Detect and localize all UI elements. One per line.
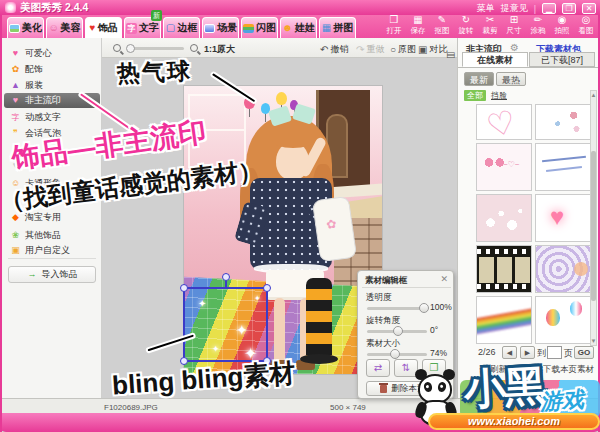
filter-all-link[interactable]: 全部 <box>464 90 486 101</box>
tab-beautify[interactable]: 美化 <box>7 17 44 38</box>
material-thumb-pastel-dots[interactable] <box>535 104 591 140</box>
material-thumb-rainbow[interactable] <box>476 296 532 344</box>
tab-flash[interactable]: 闪图 <box>241 17 278 38</box>
tab-beauty[interactable]: ☺美容 <box>46 17 83 38</box>
tab-downloaded-materials[interactable]: 已下载[87] <box>529 52 595 67</box>
flip-horizontal-button[interactable]: ⇄ <box>366 359 390 377</box>
material-thumb-bokeh[interactable] <box>476 194 532 242</box>
rotation-stem <box>225 281 227 289</box>
shirt-icon: ▲ <box>10 80 21 91</box>
maximize-button[interactable]: ❐ <box>562 3 576 14</box>
redo-button[interactable]: ↷重做 <box>356 43 384 56</box>
materials-panel: 非主流印 ⚙ 下载素材包 在线素材 已下载[87] 最新 最热 全部 挡脸 ▲ … <box>457 38 598 413</box>
opacity-slider-handle[interactable] <box>419 303 429 313</box>
scrollbar-thumb[interactable] <box>591 151 596 301</box>
opacity-slider[interactable] <box>367 307 427 310</box>
top-toolbar: ❒打开 ▦保存 ✎抠图 ↻旋转 ✂裁剪 ⊞尺寸 ✏涂鸦 ◉拍照 ◎看图 <box>382 14 598 38</box>
filter-face-link[interactable]: 挡脸 <box>491 90 507 101</box>
resize-handle-tl[interactable] <box>180 284 188 292</box>
resize-button[interactable]: ⊞尺寸 <box>502 14 526 38</box>
doodle-icon: ✏ <box>526 14 550 26</box>
material-thumb-heart-scribble[interactable] <box>476 104 532 140</box>
tab-decorations[interactable]: ♥饰品 <box>85 17 122 38</box>
edit-panel-title: 素材编辑框 <box>365 275 408 287</box>
material-thumb-film-strip[interactable] <box>476 245 532 293</box>
trash-icon <box>380 385 387 393</box>
window-left-border <box>0 0 2 432</box>
material-thumb-glow-heart[interactable] <box>535 194 591 242</box>
minimize-button[interactable]: ▁ <box>542 3 556 14</box>
scene-icon <box>204 24 215 33</box>
rotation-handle[interactable] <box>222 273 230 281</box>
resize-handle-tr[interactable] <box>263 284 271 292</box>
titlebar-separator: | <box>534 4 536 14</box>
camera-button[interactable]: ◉拍照 <box>550 14 574 38</box>
flower-icon: ❀ <box>10 230 21 241</box>
save-button[interactable]: ▦保存 <box>406 14 430 38</box>
page-indicator: 2/26 <box>478 347 496 357</box>
puzzle-icon: ▦ <box>322 23 331 33</box>
scroll-up-icon[interactable]: ▲ <box>590 92 597 98</box>
heart-icon: ♥ <box>90 23 96 33</box>
sidebar-item-cute-hearts[interactable]: ♥可爱心 <box>4 46 100 61</box>
crop-icon: ✂ <box>478 14 502 26</box>
material-thumb-purple-spiral[interactable] <box>535 245 591 293</box>
sidebar-item-clothing[interactable]: ▲服装 <box>4 78 100 93</box>
redo-icon: ↷ <box>356 45 364 55</box>
zoom-slider[interactable] <box>128 47 184 50</box>
tab-scene[interactable]: 场景 <box>202 17 239 38</box>
rotation-slider[interactable] <box>367 330 427 333</box>
zoom-out-icon[interactable] <box>113 44 121 52</box>
size-slider-handle[interactable] <box>390 349 400 359</box>
doll-icon: ☻ <box>282 23 293 33</box>
canvas-toolbar: 1:1原大 ↶撤销 ↷重做 ○原图 ▣对比 ▤预览 <box>102 38 457 58</box>
tab-frame[interactable]: ▢边框 <box>163 17 200 38</box>
compare-button[interactable]: ▣对比 <box>418 43 447 56</box>
open-icon: ❒ <box>382 14 406 26</box>
heart-icon: ♥ <box>10 48 21 59</box>
sort-newest-button[interactable]: 最新 <box>464 72 494 86</box>
crop-button[interactable]: ✂裁剪 <box>478 14 502 38</box>
opacity-label: 透明度 <box>366 292 392 304</box>
filename-label: F1020689.JPG <box>104 403 158 412</box>
zoom-in-icon[interactable] <box>190 44 198 52</box>
sidebar-item-dynamic-text[interactable]: 字动感文字 <box>4 110 100 125</box>
actual-size-button[interactable]: 1:1原大 <box>204 43 235 56</box>
size-slider[interactable] <box>367 353 427 356</box>
annotation-hot-air-balloon: 热气球 <box>116 56 192 90</box>
tab-doll[interactable]: ☻娃娃 <box>280 17 317 38</box>
sidebar-item-accessories[interactable]: ✿配饰 <box>4 62 100 77</box>
size-value: 74% <box>430 348 452 358</box>
cutout-icon: ✎ <box>430 14 454 26</box>
materials-scrollbar[interactable] <box>590 90 597 346</box>
edit-panel-close-icon[interactable]: ✕ <box>440 274 448 284</box>
viewer-button[interactable]: ◎看图 <box>574 14 598 38</box>
import-decoration-button[interactable]: →导入饰品 <box>8 266 96 283</box>
rotation-slider-handle[interactable] <box>393 326 403 336</box>
original-icon: ○ <box>390 45 396 55</box>
meitu-app-window: 美图秀秀 2.4.4 菜单 提意见 | ▁ ❐ ✕ 美化 ☺美容 ♥饰品 字文字… <box>0 0 600 432</box>
zoom-slider-handle[interactable] <box>126 44 135 53</box>
rotate-button[interactable]: ↻旋转 <box>454 14 478 38</box>
cutout-button[interactable]: ✎抠图 <box>430 14 454 38</box>
tab-online-materials[interactable]: 在线素材 <box>462 52 528 67</box>
sidebar-item-custom[interactable]: ▣用户自定义 <box>4 243 100 258</box>
scroll-down-icon[interactable]: ▼ <box>590 338 597 344</box>
material-thumb-pink-bears[interactable] <box>476 143 532 191</box>
tab-puzzle[interactable]: ▦拼图 <box>319 17 356 38</box>
import-arrow-icon: → <box>27 269 38 280</box>
new-badge: 新 <box>151 10 162 21</box>
watermark-url-banner: www.xiaohei.com <box>428 413 600 430</box>
close-button[interactable]: ✕ <box>582 3 596 14</box>
dimensions-label: 500 × 749 <box>330 403 366 412</box>
sidebar-item-other[interactable]: ❀其他饰品 <box>4 228 100 243</box>
open-button[interactable]: ❒打开 <box>382 14 406 38</box>
sort-hottest-button[interactable]: 最热 <box>496 72 526 86</box>
material-selection-box[interactable] <box>183 287 268 362</box>
doodle-button[interactable]: ✏涂鸦 <box>526 14 550 38</box>
title-bar: 美图秀秀 2.4.4 菜单 提意见 | ▁ ❐ ✕ <box>0 0 600 15</box>
material-thumb-balloons[interactable] <box>535 296 591 344</box>
material-thumb-blue-handwriting[interactable] <box>535 143 591 191</box>
original-button[interactable]: ○原图 <box>390 43 416 56</box>
undo-button[interactable]: ↶撤销 <box>320 43 348 56</box>
